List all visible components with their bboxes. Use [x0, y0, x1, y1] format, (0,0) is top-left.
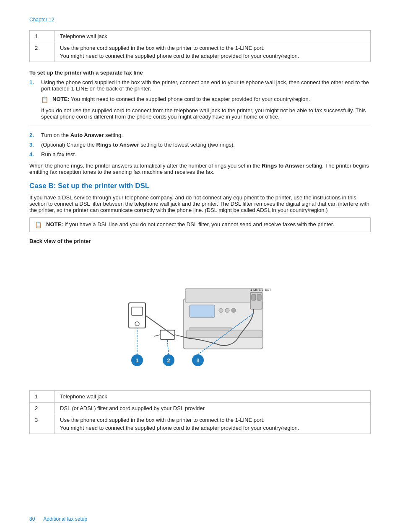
table-cell-num: 1 — [30, 31, 55, 42]
step-3: 3. (Optional) Change the Rings to Answer… — [29, 142, 371, 148]
table2-text-3: Use the phone cord supplied in the box w… — [55, 414, 371, 434]
table-row-2-3: 3 Use the phone cord supplied in the box… — [30, 414, 371, 434]
svg-text:3: 3 — [196, 357, 199, 364]
step-2: 2. Turn on the Auto Answer setting. — [29, 132, 371, 138]
setup-heading: To set up the printer with a separate fa… — [29, 70, 371, 76]
svg-point-14 — [231, 308, 236, 312]
note-label-2: NOTE: — [46, 221, 63, 227]
svg-point-13 — [225, 308, 229, 312]
step-text-1: Using the phone cord supplied in the box… — [41, 79, 371, 92]
step-4: 4. Run a fax test. — [29, 151, 371, 158]
svg-rect-9 — [187, 330, 262, 338]
step-number-1: 1. — [29, 79, 41, 92]
note-text-1: NOTE: You might need to connect the supp… — [52, 96, 310, 102]
table-cell-text: Telephone wall jack — [55, 31, 371, 42]
table2-num-1: 1 — [30, 391, 55, 403]
svg-rect-16 — [252, 294, 256, 300]
table2-cell3-line1: Use the phone cord supplied in the box w… — [60, 417, 365, 423]
note-label-1: NOTE: — [52, 96, 69, 102]
svg-rect-1 — [132, 307, 143, 315]
svg-point-2 — [135, 322, 139, 326]
info-table-2: 1 Telephone wall jack 2 DSL (or ADSL) fi… — [29, 390, 371, 434]
svg-text:1-LINE  2-EXT: 1-LINE 2-EXT — [250, 288, 271, 292]
case-b-heading: Case B: Set up the printer with DSL — [29, 182, 371, 190]
step-number-4: 4. — [29, 151, 41, 158]
table2-cell3-line2: You might need to connect the supplied p… — [60, 425, 365, 431]
back-view-label: Back view of the printer — [29, 238, 371, 244]
step-text-4: Run a fax test. — [41, 151, 76, 158]
table-row-2-1: 1 Telephone wall jack — [30, 391, 371, 403]
step-number-2: 2. — [29, 132, 41, 138]
page-footer: 80 Additional fax setup — [29, 516, 371, 522]
footer-page-number: 80 — [29, 516, 35, 522]
svg-rect-17 — [257, 294, 261, 300]
svg-line-5 — [154, 335, 160, 336]
step-1: 1. Using the phone cord supplied in the … — [29, 79, 371, 92]
table-row: 2 Use the phone cord supplied in the box… — [30, 42, 371, 62]
table-row: 1 Telephone wall jack — [30, 31, 371, 42]
page: Chapter 12 1 Telephone wall jack 2 Use t… — [0, 0, 400, 532]
closing-text: When the phone rings, the printer answer… — [29, 163, 371, 175]
svg-point-12 — [219, 308, 223, 312]
note-text-2: NOTE: If you have a DSL line and you do … — [46, 221, 334, 227]
printer-diagram: 1-LINE 2-EXT 1 2 3 — [120, 248, 280, 384]
svg-rect-10 — [190, 327, 231, 331]
svg-line-6 — [175, 335, 181, 336]
note-body-1: You might need to connect the supplied p… — [71, 96, 310, 102]
table2-num-3: 3 — [30, 414, 55, 434]
printer-svg: 1-LINE 2-EXT 1 2 3 — [120, 248, 280, 382]
case-b-intro: If you have a DSL service through your t… — [29, 194, 371, 213]
step-text-2: Turn on the Auto Answer setting. — [41, 132, 123, 138]
table-row-2-2: 2 DSL (or ADSL) filter and cord supplied… — [30, 403, 371, 414]
cell-line2: You might need to connect the supplied p… — [60, 53, 365, 59]
table-cell-num: 2 — [30, 42, 55, 62]
table2-text-2: DSL (or ADSL) filter and cord supplied b… — [55, 403, 371, 414]
svg-text:2: 2 — [167, 357, 170, 364]
divider-1 — [29, 126, 371, 126]
table2-text-1: Telephone wall jack — [55, 391, 371, 403]
note-icon-1: 📋 — [41, 96, 48, 103]
svg-text:1: 1 — [135, 357, 138, 364]
svg-rect-11 — [190, 305, 215, 318]
table-cell-text: Use the phone cord supplied in the box w… — [55, 42, 371, 62]
svg-line-27 — [167, 340, 169, 354]
info-table-1: 1 Telephone wall jack 2 Use the phone co… — [29, 30, 371, 62]
note-box-2: 📋 NOTE: If you have a DSL line and you d… — [29, 217, 371, 232]
cell-line1: Use the phone cord supplied in the box w… — [60, 45, 365, 51]
step-number-3: 3. — [29, 142, 41, 148]
note-extra-1: If you do not use the supplied cord to c… — [41, 107, 371, 120]
step-text-3: (Optional) Change the Rings to Answer se… — [41, 142, 235, 148]
note-box-1: 📋 NOTE: You might need to connect the su… — [41, 96, 371, 103]
footer-section-label: Additional fax setup — [43, 516, 87, 522]
chapter-label: Chapter 12 — [29, 17, 371, 23]
note-body-2: If you have a DSL line and you do not co… — [65, 221, 334, 227]
table2-num-2: 2 — [30, 403, 55, 414]
note-icon-2: 📋 — [35, 222, 42, 228]
